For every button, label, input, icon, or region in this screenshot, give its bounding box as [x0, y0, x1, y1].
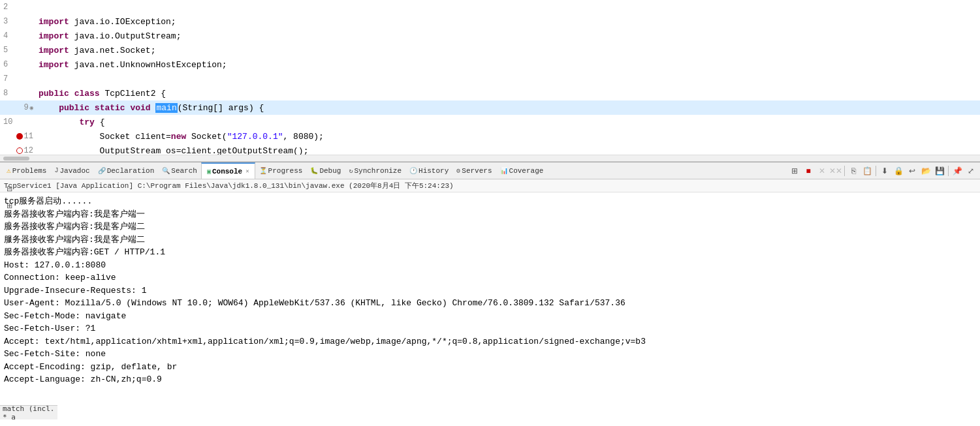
line-content: import java.net.UnknownHostException; — [36, 60, 980, 70]
tab-javadoc[interactable]: J Javadoc — [50, 162, 93, 179]
toolbar-separator3 — [948, 166, 949, 176]
console-close-icon[interactable]: ✕ — [245, 168, 249, 175]
copy-output-button[interactable]: ⎘ — [847, 164, 860, 177]
breakpoint-outline-icon[interactable] — [16, 147, 23, 154]
console-line-6: Host: 127.0.0.1:8080 — [4, 259, 976, 272]
code-line-11: 11 Socket client=new Socket("127.0.0.1",… — [0, 129, 980, 144]
console-line-7: Connection: keep-alive — [4, 271, 976, 284]
keyword-try: try — [79, 117, 94, 127]
tab-progress[interactable]: ⏳ Progress — [255, 162, 307, 179]
code-editor: 2 3 import java.io.IOException; 4 import… — [0, 0, 980, 162]
collapse-indicator: ◉ — [30, 104, 33, 112]
toolbar-separator2 — [876, 166, 876, 176]
tab-label: Console — [212, 168, 242, 175]
console-left-btn1[interactable]: ⊟ — [3, 182, 16, 195]
history-icon: 🕐 — [409, 167, 417, 175]
debug-icon: 🐛 — [310, 167, 318, 175]
console-line-5: 服务器接收客户端内容:GET / HTTP/1.1 — [4, 246, 976, 259]
line-content: try { — [36, 117, 980, 127]
line-number: 6 — [0, 60, 36, 69]
console-left-btn4[interactable]: ⬇ — [3, 233, 16, 246]
code-line-5: 5 import java.net.Socket; — [0, 43, 980, 57]
tab-coverage[interactable]: 📊 Coverage — [496, 162, 548, 179]
tab-label: Javadoc — [59, 167, 89, 175]
method-highlight: main — [155, 103, 177, 113]
scroll-lock-button[interactable]: 🔒 — [892, 164, 905, 177]
code-line-4: 4 import java.io.OutputStream; — [0, 29, 980, 43]
console-line-12: Accept: text/html,application/xhtml+xml,… — [4, 335, 976, 348]
tab-console[interactable]: ▣ Console ✕ — [201, 162, 255, 179]
console-line-13: Sec-Fetch-Site: none — [4, 348, 976, 361]
line-content: import java.io.OutputStream; — [36, 31, 980, 41]
console-line-2: 服务器接收客户端内容:我是客户端一 — [4, 208, 976, 221]
code-lines: 2 3 import java.io.IOException; 4 import… — [0, 0, 980, 158]
code-horizontal-scrollbar[interactable] — [0, 155, 980, 161]
tab-debug[interactable]: 🐛 Debug — [306, 162, 345, 179]
console-header-text: TcpService1 [Java Application] C:\Progra… — [4, 182, 454, 190]
remove-launch-button[interactable]: ✕ — [815, 164, 829, 177]
code-line-2: 2 — [0, 0, 980, 14]
progress-icon: ⏳ — [259, 167, 267, 175]
servers-icon: ⚙ — [456, 167, 460, 175]
scroll-end-button[interactable]: ⬇ — [878, 164, 891, 177]
code-line-3: 3 import java.io.IOException; — [0, 14, 980, 29]
tab-history[interactable]: 🕐 History — [405, 162, 452, 179]
console-line-8: Upgrade-Insecure-Requests: 1 — [4, 284, 976, 297]
line-number: 5 — [0, 46, 36, 55]
declaration-icon: 🔗 — [98, 167, 106, 175]
stop-button[interactable]: ■ — [802, 164, 815, 177]
toolbar-separator — [844, 166, 845, 176]
code-line-10: 10 try { — [0, 115, 980, 129]
console-line-14: Accept-Encoding: gzip, deflate, br — [4, 361, 976, 374]
save-file-button[interactable]: 💾 — [933, 164, 946, 177]
tab-label: Progress — [268, 167, 303, 175]
tab-label: Search — [171, 167, 197, 175]
line-number: 7 — [0, 74, 36, 84]
line-number: 4 — [0, 31, 36, 40]
console-left-btn3[interactable]: + — [3, 216, 16, 229]
javadoc-icon: J — [54, 167, 58, 174]
maximize-button[interactable]: ⤢ — [964, 164, 977, 177]
line-content: public static void main(String[] args) { — [36, 103, 980, 113]
line-content: public class TcpClient2 { — [36, 89, 980, 99]
tab-declaration[interactable]: 🔗 Declaration — [94, 162, 159, 179]
line-number: 10 — [0, 117, 36, 127]
tab-servers[interactable]: ⚙ Servers — [452, 162, 496, 179]
scroll-thumb[interactable] — [3, 157, 29, 160]
tab-search[interactable]: 🔍 Search — [158, 162, 201, 179]
console-left-btn2[interactable]: ⊞ — [3, 199, 16, 212]
tab-label: History — [419, 167, 449, 175]
line-content: Socket client=new Socket("127.0.0.1", 80… — [36, 132, 980, 142]
line-number: 9 ◉ — [0, 103, 36, 112]
line-number: 2 — [0, 3, 36, 12]
console-output[interactable]: tcp服务器启动...... 服务器接收客户端内容:我是客户端一 服务器接收客户… — [0, 192, 980, 419]
open-file-button[interactable]: 📂 — [919, 164, 932, 177]
clear-button[interactable]: ✕✕ — [829, 164, 842, 177]
line-content: import java.io.IOException; — [36, 17, 980, 27]
tab-label: Coverage — [509, 167, 544, 175]
paste-button[interactable]: 📋 — [861, 164, 874, 177]
console-line-15: Accept-Language: zh-CN,zh;q=0.9 — [4, 373, 976, 386]
line-number: 3 — [0, 17, 36, 26]
pin-console-button[interactable]: 📌 — [951, 164, 964, 177]
breakpoint-icon[interactable] — [16, 133, 23, 140]
console-panel: ⚠ Problems J Javadoc 🔗 Declaration 🔍 Sea… — [0, 162, 980, 419]
tab-label: Debug — [319, 167, 341, 175]
synchronize-icon: ↻ — [349, 167, 353, 175]
tab-label: Declaration — [107, 167, 155, 175]
code-line-9: 9 ◉ public static void main(String[] arg… — [0, 100, 980, 115]
console-line-9: User-Agent: Mozilla/5.0 (Windows NT 10.0… — [4, 297, 976, 310]
tab-synchronize[interactable]: ↻ Synchronize — [345, 162, 405, 179]
word-wrap-button[interactable]: ↩ — [906, 164, 919, 177]
console-header: TcpService1 [Java Application] C:\Progra… — [0, 179, 980, 192]
console-toolbar: ⚠ Problems J Javadoc 🔗 Declaration 🔍 Sea… — [0, 162, 980, 179]
line-number: 8 — [0, 89, 36, 98]
console-side-icons: ⊟ ⊞ + ⬇ — [0, 162, 18, 419]
code-line-7: 7 — [0, 72, 980, 86]
open-console-button[interactable]: ⊞ — [788, 164, 801, 177]
code-line-8: 8 public class TcpClient2 { — [0, 86, 980, 100]
tab-label: Servers — [462, 167, 492, 175]
search-icon: 🔍 — [162, 167, 170, 175]
code-line-6: 6 import java.net.UnknownHostException; — [0, 57, 980, 72]
coverage-icon: 📊 — [500, 167, 508, 175]
